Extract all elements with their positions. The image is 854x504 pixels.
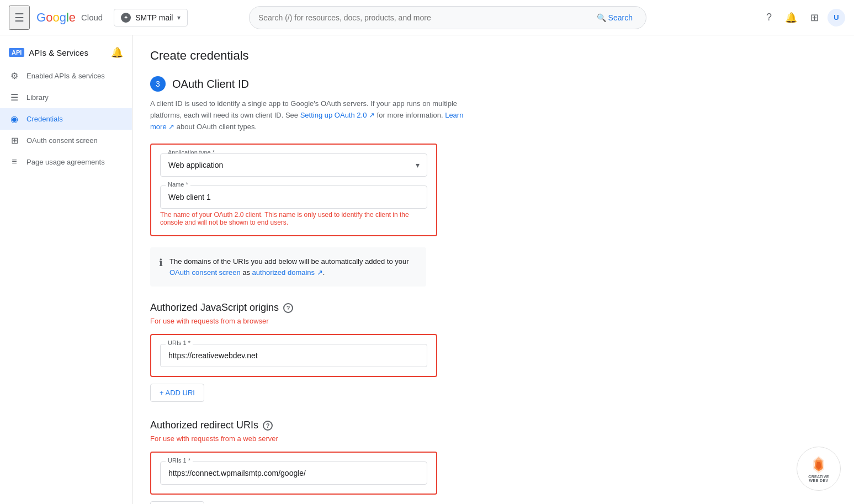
js-origins-uri-label: URIs 1 * <box>166 339 193 346</box>
sidebar-title: APIs & Services <box>29 48 88 57</box>
js-origins-add-uri-button[interactable]: + ADD URI <box>150 384 204 402</box>
application-type-select[interactable]: Web application Android iOS Chrome exten… <box>160 153 427 177</box>
dropdown-arrow-icon: ▾ <box>177 14 181 22</box>
js-origins-uri-field: URIs 1 * document.querySelector('[data-n… <box>160 344 427 367</box>
info-text: The domains of the URIs you add below wi… <box>169 256 417 278</box>
step-header: 3 OAuth Client ID <box>150 76 836 92</box>
sidebar: API APIs & Services 🔔 ⚙ Enabled APIs & s… <box>0 35 132 504</box>
google-cloud-logo: Google Cloud <box>36 10 103 25</box>
library-icon: ☰ <box>9 92 20 103</box>
oauth-consent-screen-link[interactable]: OAuth consent screen <box>169 268 241 277</box>
sidebar-item-oauth-consent[interactable]: ⊞ OAuth consent screen <box>0 130 132 151</box>
name-input[interactable] <box>160 185 427 209</box>
redirect-uris-subtitle: For use with requests from a web server <box>150 434 836 443</box>
sidebar-header: API APIs & Services 🔔 <box>0 40 132 65</box>
redirect-uris-title: Authorized redirect URIs <box>150 420 258 431</box>
js-origins-title: Authorized JavaScript origins <box>150 302 279 314</box>
project-selector[interactable]: ✦ SMTP mail ▾ <box>114 9 188 26</box>
application-type-field: Application type * Web application Andro… <box>160 153 427 177</box>
js-origins-uri-input[interactable] <box>160 344 427 367</box>
api-badge: API <box>9 48 24 57</box>
application-type-select-wrapper: Web application Android iOS Chrome exten… <box>160 153 427 177</box>
navbar: ☰ Google Cloud ✦ SMTP mail ▾ 🔍 Search ? … <box>0 0 854 35</box>
project-name: SMTP mail <box>135 13 173 22</box>
oauth-setup-link[interactable]: Setting up OAuth 2.0 ↗ <box>300 111 375 119</box>
search-label: Search <box>608 13 633 22</box>
redirect-uris-help-icon[interactable]: ? <box>263 421 273 431</box>
sidebar-item-page-usage[interactable]: ≡ Page usage agreements <box>0 151 132 172</box>
project-icon: ✦ <box>121 13 131 23</box>
redirect-uri-label: URIs 1 * <box>166 457 193 464</box>
help-icon-button[interactable]: ? <box>762 7 776 28</box>
redirect-uris-add-uri-button[interactable]: + ADD URI <box>150 501 204 504</box>
page-layout: API APIs & Services 🔔 ⚙ Enabled APIs & s… <box>0 35 854 504</box>
js-origins-subtitle: For use with requests from a browser <box>150 317 836 325</box>
watermark-logo-icon <box>809 455 829 475</box>
menu-button[interactable]: ☰ <box>9 6 30 30</box>
watermark-line2: Web Dev <box>809 479 829 482</box>
notifications-button[interactable]: 🔔 <box>781 7 802 28</box>
credentials-icon: ◉ <box>9 114 20 124</box>
page-usage-icon: ≡ <box>9 157 20 167</box>
info-icon: ℹ <box>159 257 163 269</box>
oauth-icon: ⊞ <box>9 135 20 146</box>
js-origins-add-uri-label: + ADD URI <box>160 389 195 397</box>
page-title: Create credentials <box>150 49 836 63</box>
name-field: Name * document.querySelector('[data-nam… <box>160 185 427 226</box>
nav-icons: ? 🔔 ⊞ U <box>762 7 845 28</box>
main-content: Create credentials 3 OAuth Client ID A c… <box>132 35 854 504</box>
js-origins-help-icon[interactable]: ? <box>283 303 293 313</box>
oauth-description: A client ID is used to identify a single… <box>150 98 481 132</box>
watermark: CREATIVE Web Dev <box>797 447 841 491</box>
redirect-uris-heading: Authorized redirect URIs ? <box>150 420 836 431</box>
settings-icon: ⚙ <box>9 71 20 81</box>
redirect-uri-input[interactable] <box>160 461 427 485</box>
account-button[interactable]: U <box>828 9 845 26</box>
sidebar-item-label: Library <box>26 93 49 102</box>
authorized-domains-link[interactable]: authorized domains ↗ <box>252 268 323 277</box>
search-icon: 🔍 <box>597 13 606 22</box>
redirect-uris-box: URIs 1 * document.querySelector('[data-n… <box>150 452 437 495</box>
sidebar-notification-icon: 🔔 <box>111 46 123 59</box>
apps-button[interactable]: ⊞ <box>806 7 823 28</box>
name-helper-text: The name of your OAuth 2.0 client. This … <box>160 211 427 226</box>
sidebar-item-library[interactable]: ☰ Library <box>0 87 132 108</box>
name-label: Name * <box>166 181 190 188</box>
sidebar-item-label: Enabled APIs & services <box>26 72 105 80</box>
sidebar-item-label: Credentials <box>26 115 63 123</box>
step-number: 3 <box>150 76 166 92</box>
js-origins-uri-box: URIs 1 * document.querySelector('[data-n… <box>150 334 437 377</box>
info-box: ℹ The domains of the URIs you add below … <box>150 247 426 287</box>
search-button[interactable]: 🔍 Search <box>592 11 637 24</box>
cloud-label: Cloud <box>81 13 103 22</box>
search-input[interactable] <box>258 13 588 22</box>
sidebar-item-label: OAuth consent screen <box>26 136 98 145</box>
watermark-line1: CREATIVE <box>808 475 829 479</box>
search-bar: 🔍 Search <box>249 6 646 29</box>
redirect-uri-field: URIs 1 * document.querySelector('[data-n… <box>160 461 427 485</box>
sidebar-item-enabled-apis[interactable]: ⚙ Enabled APIs & services <box>0 65 132 87</box>
sidebar-item-label: Page usage agreements <box>26 158 105 166</box>
oauth-section-title: OAuth Client ID <box>172 78 249 91</box>
sidebar-item-credentials[interactable]: ◉ Credentials <box>0 108 132 130</box>
js-origins-heading: Authorized JavaScript origins ? <box>150 302 836 314</box>
client-id-form-box: Application type * Web application Andro… <box>150 144 437 236</box>
